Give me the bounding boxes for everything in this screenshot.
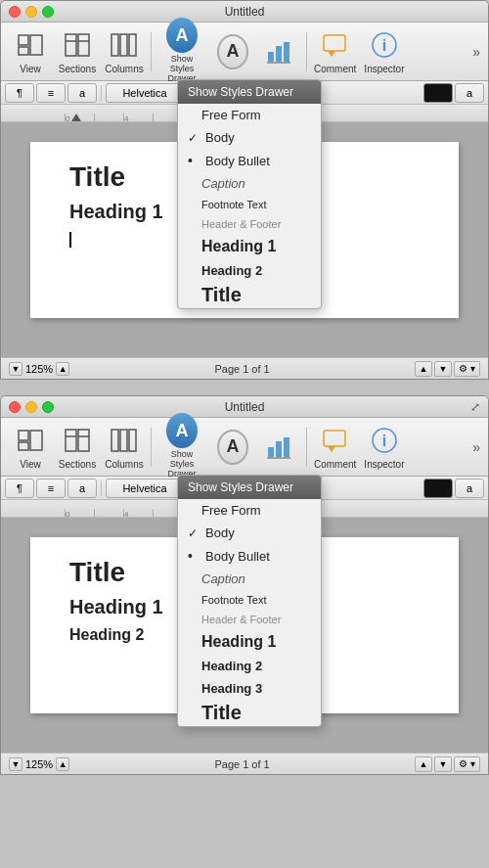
zoom-down-btn-1[interactable]: ▼ xyxy=(9,362,22,376)
font-size-2[interactable]: a xyxy=(455,479,484,498)
settings-btn-2[interactable]: ⚙ ▾ xyxy=(454,756,480,772)
svg-rect-0 xyxy=(19,35,28,45)
color-box-2[interactable] xyxy=(423,479,453,498)
comment-button-1[interactable]: Comment xyxy=(310,26,360,77)
align-btn-2[interactable]: a xyxy=(67,479,97,498)
dropdown-heading1-2[interactable]: Heading 1 xyxy=(178,629,321,655)
dropdown-header-1: Show Styles Drawer xyxy=(178,80,321,104)
dropdown-footnote-1[interactable]: Footnote Text xyxy=(178,195,321,214)
nav-up-btn-2[interactable]: ▲ xyxy=(415,756,432,772)
status-bar-1: ▼ 125% ▲ Page 1 of 1 ▲ ▼ ⚙ ▾ xyxy=(1,357,488,379)
expand-btn-1[interactable]: » xyxy=(472,44,480,60)
zoom-up-btn-2[interactable]: ▲ xyxy=(56,757,69,771)
dropdown-title-2[interactable]: Title xyxy=(178,700,321,726)
list-style-btn-2[interactable]: ≡ xyxy=(36,479,66,498)
dropdown-hf-1[interactable]: Header & Footer xyxy=(178,214,321,234)
inspector-button-2[interactable]: i Inspector xyxy=(360,422,408,473)
dropdown-caption-2[interactable]: Caption xyxy=(178,568,321,590)
settings-btn-1[interactable]: ⚙ ▾ xyxy=(454,361,480,377)
comment-label-2: Comment xyxy=(314,459,356,470)
dropdown-body-bullet-2[interactable]: Body Bullet xyxy=(178,544,321,568)
dropdown-body-bullet-1[interactable]: Body Bullet xyxy=(178,149,321,172)
nav-down-btn-1[interactable]: ▼ xyxy=(434,361,452,377)
comment-button-2[interactable]: Comment xyxy=(310,422,360,473)
window-1: Untitled View xyxy=(0,0,489,380)
close-button-2[interactable] xyxy=(9,401,21,413)
comment-icon-2 xyxy=(320,425,351,456)
charts-button-2[interactable] xyxy=(256,422,303,473)
window-title-1: Untitled xyxy=(225,5,265,19)
svg-rect-9 xyxy=(129,34,136,56)
styles-drawer-button-1[interactable]: A Show Styles Drawer xyxy=(155,26,209,77)
zoom-down-btn-2[interactable]: ▼ xyxy=(9,757,22,771)
svg-rect-26 xyxy=(120,430,127,451)
view-icon-1 xyxy=(15,29,46,61)
styles-btn2-2[interactable]: A xyxy=(209,422,256,473)
dropdown-hf-2[interactable]: Header & Footer xyxy=(178,610,321,629)
charts-icon-2 xyxy=(264,432,295,463)
dropdown-footnote-2[interactable]: Footnote Text xyxy=(178,590,321,610)
paragraph-style-btn-1[interactable]: ¶ xyxy=(5,83,34,103)
styles2-icon-2: A xyxy=(217,432,248,463)
fullscreen-btn-2[interactable]: ⤢ xyxy=(470,400,480,414)
svg-rect-21 xyxy=(66,430,76,451)
view-button-2[interactable]: View xyxy=(7,422,54,473)
nav-up-btn-1[interactable]: ▲ xyxy=(415,361,432,377)
font-selector-1[interactable]: Helvetica xyxy=(106,83,184,103)
paragraph-style-btn-2[interactable]: ¶ xyxy=(5,479,34,498)
dropdown-body-1[interactable]: Body xyxy=(178,126,321,149)
dropdown-title-1[interactable]: Title xyxy=(178,282,321,308)
nav-down-btn-2[interactable]: ▼ xyxy=(434,756,452,772)
inspector-label-1: Inspector xyxy=(364,64,404,74)
ruler-tick-4: 4 xyxy=(123,114,153,121)
svg-rect-2 xyxy=(30,35,42,55)
zoom-control-2: ▼ 125% ▲ xyxy=(9,757,69,771)
dropdown-free-form-2[interactable]: Free Form xyxy=(178,499,321,522)
maximize-button-1[interactable] xyxy=(42,6,54,18)
svg-rect-14 xyxy=(324,35,345,51)
dropdown-heading2-1[interactable]: Heading 2 xyxy=(178,259,321,282)
styles-drawer-button-2[interactable]: A Show Styles Drawer xyxy=(155,422,209,473)
page-indicator-1: Page 1 of 1 xyxy=(75,363,409,375)
fmt-sep1-1 xyxy=(101,85,102,101)
sections-button-2[interactable]: Sections xyxy=(54,422,101,473)
zoom-up-btn-1[interactable]: ▲ xyxy=(56,362,69,376)
minimize-button-1[interactable] xyxy=(25,6,37,18)
window-controls-2 xyxy=(9,401,54,413)
svg-rect-10 xyxy=(268,52,274,62)
sections-button-1[interactable]: Sections xyxy=(54,26,101,77)
minimize-button-2[interactable] xyxy=(25,401,37,413)
fmt-sep1-2 xyxy=(101,480,102,496)
settings-arrow-1: ▾ xyxy=(470,363,475,374)
columns-icon-1 xyxy=(109,29,140,61)
dropdown-heading3-2[interactable]: Heading 3 xyxy=(178,677,321,700)
dropdown-heading2-2[interactable]: Heading 2 xyxy=(178,655,321,677)
close-button-1[interactable] xyxy=(9,6,21,18)
expand-btn-2[interactable]: » xyxy=(472,439,480,455)
page-indicator-2: Page 1 of 1 xyxy=(75,758,409,770)
toolbar-2: View Sections C xyxy=(1,418,488,477)
columns-button-2[interactable]: Columns xyxy=(101,422,148,473)
align-btn-1[interactable]: a xyxy=(67,83,97,103)
font-selector-2[interactable]: Helvetica xyxy=(106,479,184,498)
ruler2-tick-2 xyxy=(94,509,123,517)
view-button-1[interactable]: View xyxy=(7,26,54,77)
svg-rect-12 xyxy=(284,42,289,62)
settings-icon-2: ⚙ xyxy=(459,758,467,769)
svg-marker-33 xyxy=(328,446,335,452)
charts-button-1[interactable] xyxy=(256,26,303,77)
svg-rect-32 xyxy=(324,431,345,446)
inspector-button-1[interactable]: i Inspector xyxy=(360,26,408,77)
dropdown-heading1-1[interactable]: Heading 1 xyxy=(178,234,321,259)
maximize-button-2[interactable] xyxy=(42,401,54,413)
styles-btn2-1[interactable]: A xyxy=(209,26,256,77)
font-size-1[interactable]: a xyxy=(455,83,484,103)
svg-rect-29 xyxy=(276,441,282,457)
color-box-1[interactable] xyxy=(423,83,453,103)
dropdown-caption-1[interactable]: Caption xyxy=(178,172,321,195)
dropdown-free-form-1[interactable]: Free Form xyxy=(178,104,321,126)
dropdown-body-2[interactable]: Body xyxy=(178,522,321,544)
list-style-btn-1[interactable]: ≡ xyxy=(36,83,66,103)
columns-button-1[interactable]: Columns xyxy=(101,26,148,77)
ruler2-tick-0: 0 xyxy=(65,509,94,517)
